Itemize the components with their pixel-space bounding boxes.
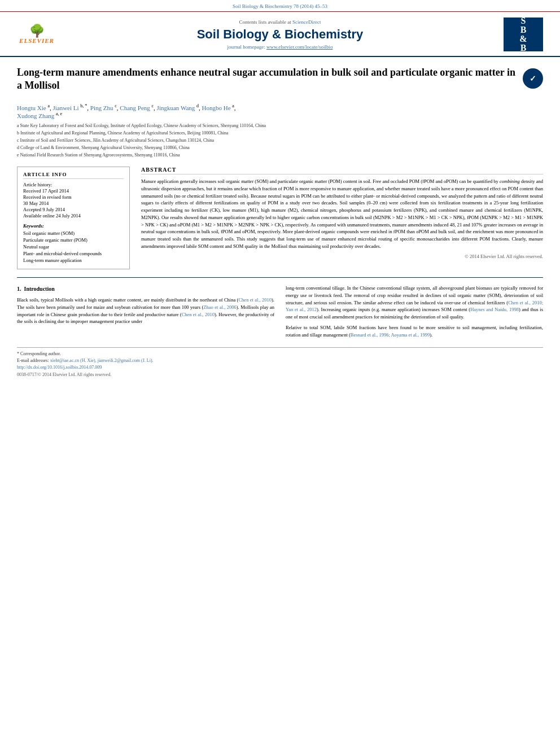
elsevier-branding: 🌳 ELSEVIER [11,25,62,44]
affiliation-b: b Institute of Agricultural and Regional… [17,130,543,137]
author-jingkuan-wang[interactable]: Jingkuan Wang [157,104,195,111]
article-footer: * Corresponding author. E-mail addresses… [17,347,543,377]
article-info-col: ARTICLE INFO Article history: Received 1… [17,167,130,269]
journal-logo-area: SB&B [498,18,549,51]
author-xudong-zhang[interactable]: Xudong Zhang [17,112,54,119]
article-info-box: ARTICLE INFO Article history: Received 1… [17,167,130,269]
intro-para-1: Black soils, typical Mollisols with a hi… [17,296,274,325]
elsevier-logo: ELSEVIER [19,37,54,44]
ref-chen-2010b[interactable]: Chen et al., 2010 [182,312,215,317]
section-1-heading: 1. Introduction [17,285,274,293]
revised-date: 30 May 2014 [23,200,124,206]
keyword-2: Particulate organic matter (POM) [23,237,124,243]
journal-logo-box: SB&B [504,18,543,51]
author-hongbo-he[interactable]: Hongbo He [202,104,231,111]
email-2[interactable]: jianweili.2@gmail.com (J. Li). [98,358,154,363]
ref-zhao-2006[interactable]: Zhao et al., 2006 [203,304,236,310]
intro-para-3: Relative to total SOM, labile SOM fracti… [286,324,543,339]
elsevier-tree-icon: 🌳 [29,25,45,37]
journal-title: Soil Biology & Biochemistry [62,27,498,42]
doi-link[interactable]: http://dx.doi.org/10.1016/j.soilbio.2014… [17,365,102,370]
author-chang-peng[interactable]: Chang Peng [120,104,150,111]
intro-para-2: long-term conventional tillage. In the C… [286,285,543,321]
paper-title-section: Long-term manure amendments enhance neut… [17,66,543,97]
ref-besnard-aoyama[interactable]: Besnard et al., 1996; Aoyama et al., 199… [351,332,430,338]
keyword-3: Neutral sugar [23,244,124,250]
section-divider [17,277,543,278]
journal-homepage: journal homepage: www.elsevier.com/locat… [62,44,498,50]
crossmark-icon: ✓ [523,68,543,89]
email-1[interactable]: xieht@iae.ac.cn (H. Xie), [50,358,98,363]
abstract-col: ABSTRACT Manure application generally in… [141,167,543,269]
abstract-section: ABSTRACT Manure application generally in… [141,167,543,259]
author-ping-zhu[interactable]: Ping Zhu [90,104,113,111]
issn-line: 0038-0717/© 2014 Elsevier Ltd. All right… [17,372,543,377]
copyright-line: © 2014 Elsevier Ltd. All rights reserved… [141,254,543,259]
info-abstract-section: ARTICLE INFO Article history: Received 1… [17,167,543,269]
paper-title: Long-term manure amendments enhance neut… [17,66,523,93]
introduction-section: 1. Introduction Black soils, typical Mol… [17,285,543,342]
sciencedirect-link[interactable]: ScienceDirect [292,19,321,25]
intro-right-col: long-term conventional tillage. In the C… [286,285,543,342]
accepted-date: Accepted 9 July 2014 [23,207,124,212]
history-label: Article history: [23,182,124,187]
keywords-title: Keywords: [23,223,124,229]
keyword-1: Soil organic matter (SOM) [23,230,124,236]
authors-line1: Hongtu Xie a, Jianwei Li b, *, Ping Zhu … [17,104,236,111]
journal-header-center: Contents lists available at ScienceDirec… [62,19,498,50]
affiliation-a: a State Key Laboratory of Forest and Soi… [17,123,543,129]
article-info-title: ARTICLE INFO [23,172,124,179]
affiliation-d: d College of Land & Environment, Shenyan… [17,145,543,151]
available-online: Available online 24 July 2014 [23,213,124,219]
article-content: Long-term manure amendments enhance neut… [0,57,560,383]
authors-line2: Xudong Zhang a, e [17,112,62,119]
article-history: Article history: Received 17 April 2014 … [23,182,124,219]
journal-reference-bar: Soil Biology & Biochemistry 78 (2014) 45… [0,0,560,12]
journal-header: 🌳 ELSEVIER Contents lists available at S… [0,12,560,57]
ref-chen-2010[interactable]: Chen et al., 2010 [238,297,272,303]
authors: Hongtu Xie a, Jianwei Li b, *, Ping Zhu … [17,104,543,119]
homepage-link[interactable]: www.elsevier.com/locate/soilbio [266,44,333,50]
intro-left-col: 1. Introduction Black soils, typical Mol… [17,285,274,342]
affiliation-e: e National Field Research Station of She… [17,152,543,159]
received-revised-label: Received in revised form [23,194,124,200]
email-footnote: E-mail addresses: xieht@iae.ac.cn (H. Xi… [17,358,543,363]
received-date: Received 17 April 2014 [23,188,124,194]
ref-haynes-naidu[interactable]: Haynes and Naidu, 1998 [470,307,519,312]
keywords-section: Keywords: Soil organic matter (SOM) Part… [23,223,124,263]
affiliations: a State Key Laboratory of Forest and Soi… [17,123,543,159]
abstract-text: Manure application generally increases s… [141,178,543,250]
abstract-title: ABSTRACT [141,167,543,174]
author-jianwei-li[interactable]: Jianwei Li [53,104,78,111]
sciencedirect-line: Contents lists available at ScienceDirec… [62,19,498,25]
logo-letters: SB&B [519,16,527,53]
affiliation-c: c Institute of Soil and Fertilizer Scien… [17,137,543,144]
keyword-4: Plant- and microbial-derived compounds [23,251,124,256]
doi-line: http://dx.doi.org/10.1016/j.soilbio.2014… [17,365,543,370]
crossmark-badge[interactable]: ✓ [523,68,543,89]
keyword-5: Long-term manure application [23,257,124,263]
author-hongtu-xie[interactable]: Hongtu Xie [17,104,46,111]
corresponding-author-note: * Corresponding author. [17,351,543,356]
journal-ref-text: Soil Biology & Biochemistry 78 (2014) 45… [233,3,327,9]
combining-word: combining [500,178,520,184]
